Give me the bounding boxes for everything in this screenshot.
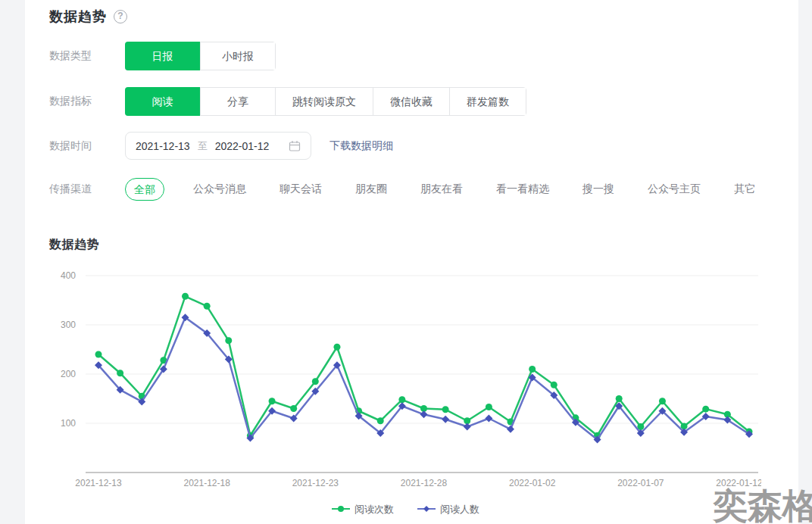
tab-share[interactable]: 分享: [200, 88, 275, 115]
data-type-row: 数据类型 日报 小时报: [49, 42, 798, 70]
main-panel: 数据趋势 ? 数据类型 日报 小时报 数据指标 阅读 分享 跳转阅读原文 微信收…: [25, 0, 798, 524]
tab-jump-original[interactable]: 跳转阅读原文: [275, 88, 373, 115]
legend-label: 阅读人数: [440, 503, 479, 516]
svg-text:100: 100: [61, 418, 76, 429]
data-type-toggle: 日报 小时报: [125, 42, 276, 70]
legend-item-read-users[interactable]: 阅读人数: [417, 503, 479, 516]
svg-text:400: 400: [61, 270, 76, 281]
date-range-picker[interactable]: 2021-12-13 至 2022-01-12: [125, 132, 311, 160]
channel-row: 传播渠道 全部 公众号消息 聊天会话 朋友圈 朋友在看 看一看精选 搜一搜 公众…: [49, 178, 798, 201]
download-data-link[interactable]: 下载数据明细: [329, 139, 393, 153]
metric-label: 数据指标: [49, 95, 125, 108]
tab-mass-send-count[interactable]: 群发篇数: [449, 88, 526, 115]
legend-label: 阅读次数: [354, 503, 394, 516]
channel-other[interactable]: 其它: [734, 182, 755, 196]
page-title: 数据趋势: [49, 8, 107, 26]
legend-marker-diamond-icon: [417, 503, 436, 516]
trend-chart: 1002003004002021-12-132021-12-182021-12-…: [49, 265, 761, 516]
channel-friends-reading[interactable]: 朋友在看: [420, 182, 463, 196]
channel-official-account-message[interactable]: 公众号消息: [193, 182, 246, 196]
page-header: 数据趋势 ?: [49, 0, 798, 24]
metric-row: 数据指标 阅读 分享 跳转阅读原文 微信收藏 群发篇数: [49, 87, 798, 116]
channel-list: 全部 公众号消息 聊天会话 朋友圈 朋友在看 看一看精选 搜一搜 公众号主页 其…: [125, 178, 755, 201]
channel-account-homepage[interactable]: 公众号主页: [648, 182, 701, 196]
chart-legend: 阅读次数 阅读人数: [49, 503, 761, 516]
tab-hourly-report[interactable]: 小时报: [200, 42, 275, 70]
legend-marker-circle-icon: [331, 503, 351, 516]
time-label: 数据时间: [49, 139, 125, 153]
channel-all[interactable]: 全部: [125, 178, 164, 201]
svg-text:2021-12-18: 2021-12-18: [183, 478, 230, 488]
svg-text:2021-12-13: 2021-12-13: [75, 478, 122, 488]
tab-wechat-favorite[interactable]: 微信收藏: [373, 88, 449, 115]
start-date[interactable]: 2021-12-13: [136, 140, 190, 152]
trend-chart-canvas[interactable]: 1002003004002021-12-132021-12-182021-12-…: [49, 265, 761, 492]
channel-search[interactable]: 搜一搜: [582, 182, 614, 196]
watermark: 奕森格: [713, 488, 812, 523]
metric-toggle: 阅读 分享 跳转阅读原文 微信收藏 群发篇数: [125, 87, 526, 116]
channel-chat-session[interactable]: 聊天会话: [280, 182, 322, 196]
channel-label: 传播渠道: [49, 182, 125, 196]
end-date[interactable]: 2022-01-12: [215, 140, 270, 152]
date-separator: 至: [198, 139, 208, 153]
tab-daily-report[interactable]: 日报: [125, 42, 200, 70]
time-row: 数据时间 2021-12-13 至 2022-01-12 下载数据明细: [49, 132, 798, 160]
legend-item-read-count[interactable]: 阅读次数: [331, 503, 394, 516]
data-type-label: 数据类型: [49, 49, 125, 63]
svg-text:2022-01-02: 2022-01-02: [509, 478, 556, 488]
svg-text:2021-12-23: 2021-12-23: [292, 478, 339, 488]
svg-text:200: 200: [61, 369, 76, 379]
svg-text:300: 300: [61, 320, 76, 330]
channel-top-stories[interactable]: 看一看精选: [496, 182, 549, 196]
channel-moments[interactable]: 朋友圈: [355, 182, 387, 196]
chart-section-title: 数据趋势: [49, 237, 798, 253]
calendar-icon[interactable]: [289, 140, 301, 152]
svg-text:2022-01-07: 2022-01-07: [617, 478, 664, 488]
tab-read[interactable]: 阅读: [125, 87, 200, 116]
svg-text:2021-12-28: 2021-12-28: [401, 478, 448, 488]
help-icon[interactable]: ?: [114, 10, 127, 23]
